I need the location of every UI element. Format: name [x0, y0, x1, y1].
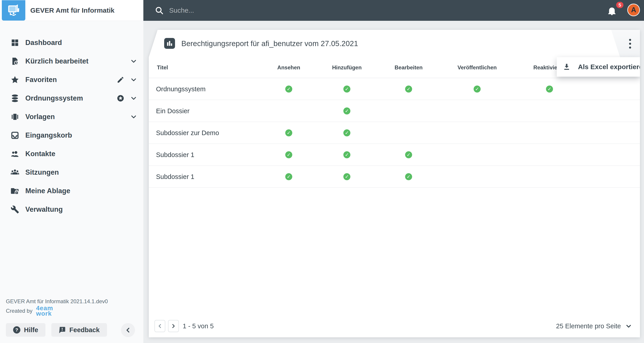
column-header-titel: Titel: [157, 64, 168, 71]
global-search: [155, 0, 372, 21]
sidebar-item-label: Favoriten: [25, 76, 57, 84]
check-icon: [546, 85, 553, 92]
app-logo[interactable]: [2, 0, 25, 20]
table-row: Subdossier 1: [149, 166, 640, 188]
column-header-hinzufuegen: Hinzufügen: [332, 64, 362, 71]
table-body: Ordnungssystem Ein Dossier Subdossier zu…: [149, 78, 640, 188]
app-version: GEVER Amt für Informatik 2021.14.1.dev0: [6, 298, 108, 305]
sidebar-item-label: Sitzungen: [25, 168, 59, 176]
chevron-down-icon[interactable]: [130, 113, 138, 121]
topbar: 5 A: [143, 0, 644, 21]
table-row: Ordnungssystem: [149, 78, 640, 100]
page-size-label: 25 Elemente pro Seite: [556, 323, 621, 330]
check-icon: [285, 85, 292, 92]
check-icon: [344, 151, 350, 158]
notifications-bell-icon[interactable]: [607, 5, 617, 16]
report-title: Berechtigungsreport für afi_benutzer vom…: [181, 30, 358, 57]
help-icon: ?: [13, 326, 20, 334]
check-icon: [344, 107, 350, 114]
check-icon: [344, 85, 350, 92]
meetings-icon: [10, 168, 20, 177]
check-icon: [405, 173, 412, 180]
edit-pencil-icon[interactable]: [117, 76, 124, 84]
download-icon: [562, 63, 571, 71]
sidebar-footer-buttons: ? Hilfe Feedback: [6, 323, 107, 337]
inbox-icon: [10, 131, 20, 140]
sidebar-item-label: Ordnungssystem: [25, 94, 83, 102]
sidebar-item-administration[interactable]: Verwaltung: [0, 200, 143, 219]
check-icon: [344, 173, 350, 180]
sidebar-item-label: Meine Ablage: [25, 187, 70, 195]
sidebar-item-label: Kürzlich bearbeitet: [25, 57, 88, 65]
row-title: Ordnungssystem: [156, 85, 206, 93]
more-actions-kebab-icon[interactable]: [623, 36, 637, 51]
row-title: Subdossier 1: [156, 173, 194, 180]
contacts-icon: [10, 149, 20, 158]
vendor-logo-line2: work: [36, 311, 53, 316]
search-icon: [155, 6, 164, 15]
sidebar-item-templates[interactable]: Vorlagen: [0, 108, 143, 126]
sidebar-collapse-button[interactable]: [121, 323, 135, 337]
application-window: GEVER Amt für Informatik Dashboard Kürzl…: [0, 0, 644, 343]
sidebar-item-favorites[interactable]: Favoriten: [0, 70, 143, 89]
sidebar-item-filing-system[interactable]: Ordnungssystem: [0, 89, 143, 108]
chevron-down-icon[interactable]: [130, 94, 138, 102]
feedback-button[interactable]: Feedback: [51, 323, 107, 337]
wrench-icon: [10, 205, 20, 214]
next-page-button[interactable]: [168, 320, 179, 332]
column-header-ansehen: Ansehen: [277, 64, 300, 71]
sidebar-logo-band: GEVER Amt für Informatik: [0, 0, 143, 21]
feedback-label: Feedback: [70, 326, 100, 334]
report-header: Berechtigungsreport für afi_benutzer vom…: [149, 30, 640, 57]
user-avatar[interactable]: A: [627, 3, 640, 16]
check-icon: [344, 129, 350, 136]
templates-icon: [10, 112, 20, 121]
sidebar-item-label: Kontakte: [25, 150, 56, 158]
chevron-down-icon: [625, 323, 632, 330]
pagination-bar: 1 - 5 von 5 25 Elemente pro Seite: [149, 315, 640, 337]
sidebar-nav: Dashboard Kürzlich bearbeitet Favoriten: [0, 33, 143, 219]
sidebar: GEVER Amt für Informatik Dashboard Kürzl…: [0, 0, 143, 343]
sidebar-item-contacts[interactable]: Kontakte: [0, 145, 143, 163]
search-input[interactable]: [169, 6, 372, 14]
check-icon: [474, 85, 481, 92]
folder-lock-icon: [10, 186, 20, 195]
column-header-veroeffentlichen: Veröffentlichen: [458, 64, 496, 71]
created-by: Created by 4eam work: [6, 306, 53, 316]
notification-count-badge: 5: [616, 1, 624, 9]
sidebar-item-meetings[interactable]: Sitzungen: [0, 163, 143, 182]
chevron-down-icon[interactable]: [130, 57, 138, 65]
sidebar-item-label: Verwaltung: [25, 205, 63, 214]
check-icon: [405, 85, 412, 92]
previous-page-button[interactable]: [154, 320, 165, 332]
page-size-select[interactable]: 25 Elemente pro Seite: [556, 323, 632, 330]
sidebar-item-label: Vorlagen: [25, 113, 55, 121]
help-button[interactable]: ? Hilfe: [6, 323, 46, 337]
export-menu-item[interactable]: Als Excel exportieren: [557, 57, 640, 77]
row-title: Subdossier 1: [156, 151, 194, 158]
sidebar-item-dashboard[interactable]: Dashboard: [0, 33, 143, 52]
dashboard-icon: [10, 38, 20, 47]
document-clock-icon: [10, 57, 20, 66]
row-title: Ein Dossier: [156, 107, 190, 115]
sidebar-item-my-repository[interactable]: Meine Ablage: [0, 182, 143, 200]
row-title: Subdossier zur Demo: [156, 129, 219, 136]
check-icon: [405, 151, 412, 158]
help-label: Hilfe: [24, 326, 38, 334]
created-by-label: Created by: [6, 308, 32, 314]
export-menu-label: Als Excel exportieren: [578, 63, 644, 71]
table-row: Subdossier 1: [149, 144, 640, 166]
sidebar-item-recently-edited[interactable]: Kürzlich bearbeitet: [0, 52, 143, 70]
pagination-range: 1 - 5 von 5: [183, 323, 214, 330]
sidebar-item-inbox[interactable]: Eingangskorb: [0, 126, 143, 145]
check-icon: [285, 129, 292, 136]
chevron-down-icon[interactable]: [130, 76, 138, 84]
column-header-bearbeiten: Bearbeiten: [394, 64, 422, 71]
table-row: Subdossier zur Demo: [149, 122, 640, 144]
report-card: Berechtigungsreport für afi_benutzer vom…: [149, 30, 640, 337]
star-circle-icon[interactable]: [117, 94, 124, 102]
report-chart-icon: [164, 38, 175, 49]
vendor-logo[interactable]: 4eam work: [36, 306, 53, 316]
gever-logo-icon: [6, 2, 21, 18]
sidebar-item-label: Eingangskorb: [25, 131, 72, 139]
